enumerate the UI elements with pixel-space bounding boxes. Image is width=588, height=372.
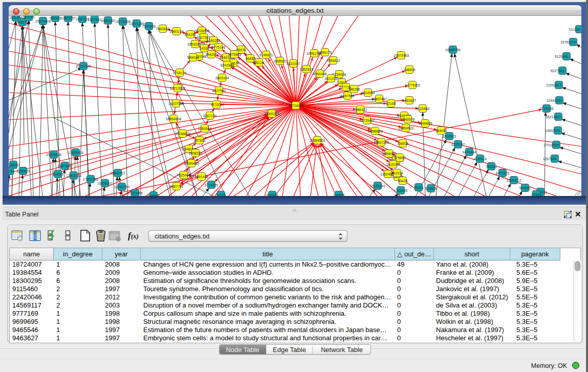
svg-text:20691406: 20691406 — [35, 19, 51, 23]
svg-text:7986322: 7986322 — [354, 108, 367, 112]
svg-text:17957255: 17957255 — [83, 178, 98, 181]
svg-text:23975867: 23975867 — [57, 164, 73, 168]
svg-text:9084067: 9084067 — [382, 152, 396, 156]
svg-text:1156829: 1156829 — [16, 169, 30, 173]
svg-text:9699695: 9699695 — [419, 122, 432, 125]
svg-text:6966160: 6966160 — [101, 19, 115, 23]
svg-text:16854923: 16854923 — [398, 126, 413, 130]
svg-text:5875685: 5875685 — [228, 53, 242, 56]
svg-text:994200: 994200 — [206, 53, 217, 56]
svg-text:10958107: 10958107 — [97, 182, 113, 185]
svg-text:7955812: 7955812 — [326, 59, 340, 62]
svg-text:3660124: 3660124 — [170, 30, 184, 33]
svg-text:15692971: 15692971 — [545, 129, 560, 133]
svg-text:3624554: 3624554 — [361, 91, 375, 95]
svg-text:10107554: 10107554 — [168, 102, 184, 105]
svg-text:15751074: 15751074 — [560, 40, 576, 44]
svg-text:12775115: 12775115 — [405, 83, 420, 87]
svg-text:1349578: 1349578 — [401, 118, 415, 121]
svg-text:1335061: 1335061 — [9, 163, 20, 167]
svg-text:16648784: 16648784 — [445, 48, 461, 52]
svg-text:62160: 62160 — [386, 102, 396, 105]
svg-text:1621022: 1621022 — [324, 77, 338, 80]
svg-text:975692: 975692 — [394, 156, 406, 160]
svg-text:12444151: 12444151 — [547, 99, 562, 102]
svg-text:1353594: 1353594 — [198, 127, 212, 130]
svg-text:3498222: 3498222 — [189, 151, 203, 155]
svg-text:417004: 417004 — [211, 103, 223, 106]
svg-text:111264: 111264 — [569, 28, 580, 31]
svg-text:106887: 106887 — [333, 193, 345, 196]
svg-text:967216: 967216 — [23, 16, 35, 19]
svg-text:2803144: 2803144 — [215, 76, 229, 80]
svg-text:10973493: 10973493 — [394, 54, 409, 57]
svg-text:8990448: 8990448 — [313, 72, 327, 76]
svg-text:818304: 818304 — [267, 193, 278, 196]
svg-text:164095: 164095 — [435, 129, 447, 133]
svg-text:9474444: 9474444 — [463, 150, 476, 154]
svg-text:20053346: 20053346 — [76, 64, 91, 68]
svg-text:7663822: 7663822 — [156, 27, 170, 31]
svg-text:2775146: 2775146 — [212, 46, 226, 49]
svg-text:924561: 924561 — [519, 186, 531, 190]
svg-text:1463627: 1463627 — [403, 99, 417, 102]
svg-text:12213363: 12213363 — [170, 86, 185, 90]
svg-text:891295: 891295 — [185, 33, 197, 36]
svg-text:10807487: 10807487 — [372, 97, 387, 101]
svg-text:9115460: 9115460 — [416, 107, 429, 111]
svg-text:989014: 989014 — [187, 56, 199, 59]
svg-text:161514: 161514 — [391, 171, 403, 175]
svg-text:19166829: 19166829 — [175, 132, 190, 136]
svg-text:10654112: 10654112 — [506, 179, 521, 182]
svg-text:756928: 756928 — [397, 142, 409, 145]
svg-text:763261: 763261 — [486, 165, 497, 168]
svg-text:15720407: 15720407 — [359, 119, 375, 122]
svg-text:990163: 990163 — [50, 16, 61, 20]
svg-text:9227342: 9227342 — [551, 69, 564, 73]
svg-text:12323466: 12323466 — [127, 191, 143, 195]
svg-text:12505135: 12505135 — [66, 174, 81, 178]
svg-text:1065328: 1065328 — [76, 17, 90, 21]
svg-text:18807249: 18807249 — [374, 141, 389, 144]
svg-text:9146821: 9146821 — [259, 53, 273, 57]
svg-text:14099489: 14099489 — [184, 162, 199, 165]
svg-text:5716465: 5716465 — [205, 183, 219, 187]
svg-text:46482: 46482 — [246, 57, 255, 60]
svg-text:16210643: 16210643 — [546, 115, 561, 119]
svg-text:9242848: 9242848 — [221, 63, 234, 67]
svg-text:97451: 97451 — [532, 193, 541, 196]
svg-text:1588520: 1588520 — [273, 59, 287, 63]
svg-text:857833: 857833 — [194, 139, 206, 142]
svg-text:5322037: 5322037 — [287, 62, 300, 65]
svg-text:23226058: 23226058 — [194, 29, 209, 33]
svg-text:1362615: 1362615 — [300, 68, 314, 71]
svg-text:3267130: 3267130 — [203, 114, 217, 118]
svg-text:16782759: 16782759 — [114, 185, 129, 189]
svg-text:18724007: 18724007 — [288, 104, 303, 107]
svg-text:12093872: 12093872 — [546, 83, 561, 87]
svg-text:2718176: 2718176 — [173, 71, 187, 75]
svg-text:10719155: 10719155 — [115, 20, 130, 24]
svg-text:9457791: 9457791 — [170, 185, 184, 188]
svg-text:1615152: 1615152 — [386, 163, 400, 166]
svg-text:114519: 114519 — [52, 172, 63, 176]
svg-text:10688609: 10688609 — [367, 129, 383, 133]
svg-text:23300215: 23300215 — [264, 112, 279, 116]
svg-text:748503: 748503 — [404, 68, 416, 72]
svg-text:33426: 33426 — [414, 186, 424, 189]
svg-text:1096176: 1096176 — [318, 51, 332, 54]
svg-text:85124: 85124 — [254, 61, 264, 64]
svg-text:6497568: 6497568 — [341, 94, 355, 98]
svg-text:14200: 14200 — [200, 47, 209, 50]
svg-text:746266: 746266 — [349, 87, 360, 91]
svg-text:1527602: 1527602 — [88, 18, 102, 21]
svg-text:20206536: 20206536 — [46, 153, 61, 157]
svg-text:3180258: 3180258 — [207, 39, 221, 42]
svg-text:39154: 39154 — [9, 169, 15, 173]
svg-text:33426: 33426 — [398, 179, 408, 183]
svg-text:7515526: 7515526 — [142, 25, 156, 28]
svg-text:17359924: 17359924 — [68, 151, 83, 155]
svg-text:8938923: 8938923 — [443, 135, 456, 138]
svg-text:15136141: 15136141 — [370, 184, 385, 188]
svg-text:19384554: 19384554 — [310, 139, 325, 142]
